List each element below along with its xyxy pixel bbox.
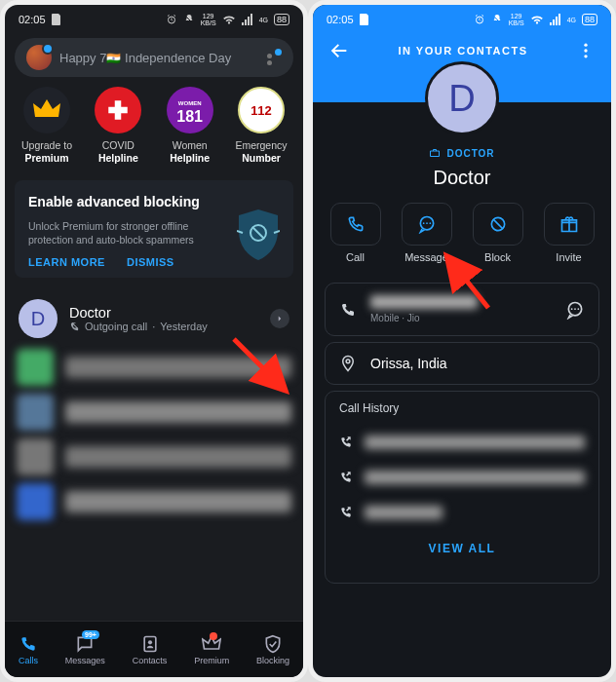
battery-indicator: 88: [274, 14, 289, 25]
blurred-call-log: [5, 348, 303, 521]
outgoing-call-icon: [339, 506, 353, 519]
svg-point-14: [429, 222, 431, 224]
shortcut-emergency[interactable]: 112 Emergency Number: [227, 87, 295, 165]
plus-icon: [95, 87, 141, 133]
status-time: 02:05: [19, 14, 46, 25]
battery-indicator: 88: [582, 14, 597, 25]
emergency-icon: 112: [238, 87, 285, 133]
svg-point-21: [346, 360, 350, 363]
contact-name: Doctor: [434, 167, 491, 189]
chevron-right-icon[interactable]: [270, 309, 289, 328]
svg-point-12: [422, 222, 424, 224]
contact-tag: DOCTOR: [429, 147, 494, 159]
wifi-icon: [530, 14, 544, 25]
wifi-icon: [222, 14, 236, 25]
svg-point-8: [584, 44, 587, 47]
profile-avatar[interactable]: [26, 45, 52, 70]
shortcut-covid[interactable]: COVID Helpline: [84, 87, 152, 165]
promo-body: Unlock Premium for stronger offline prot…: [28, 219, 194, 246]
dismiss-button[interactable]: DISMISS: [127, 256, 174, 268]
call-meta: Outgoing call · Yesterday: [69, 321, 258, 332]
promo-title: Enable advanced blocking: [28, 194, 280, 209]
alarm-icon: [474, 14, 485, 25]
signal-icon: [550, 14, 561, 25]
phone-card[interactable]: Mobile · Jio: [325, 283, 599, 336]
nav-calls[interactable]: Calls: [19, 634, 38, 665]
promo-card: Enable advanced blocking Unlock Premium …: [15, 180, 293, 278]
svg-point-5: [147, 640, 151, 644]
history-row[interactable]: [339, 460, 585, 495]
outgoing-call-icon: [69, 322, 80, 332]
contact-avatar: D: [19, 299, 58, 338]
sim-icon: [360, 14, 369, 25]
svg-point-13: [426, 222, 428, 224]
history-row[interactable]: [339, 425, 585, 460]
mute-icon: [491, 14, 503, 25]
message-button[interactable]: Message: [402, 203, 452, 263]
premium-dot: [210, 632, 217, 640]
status-time: 02:05: [327, 14, 354, 25]
net-speed: 129KB/S: [201, 13, 216, 26]
shield-icon: [237, 209, 280, 260]
nav-contacts[interactable]: Contacts: [133, 634, 168, 665]
svg-line-16: [493, 219, 503, 229]
search-text: Happy 7🇮🇳 Independence Day: [59, 51, 231, 65]
phone-icon: [339, 301, 357, 319]
back-icon[interactable]: [328, 40, 350, 61]
calls-screen: 02:05 129KB/S 4G 88 Happy 7🇮🇳 Independen…: [0, 0, 308, 682]
learn-more-button[interactable]: LEARN MORE: [28, 256, 105, 268]
overflow-icon[interactable]: [264, 49, 282, 66]
bottom-nav: Calls 99+ Messages Contacts Premium Bloc…: [5, 621, 303, 677]
header-title: IN YOUR CONTACTS: [399, 45, 528, 57]
contact-avatar[interactable]: D: [425, 61, 499, 135]
block-button[interactable]: Block: [473, 203, 523, 263]
svg-point-20: [578, 308, 580, 310]
phone-type: Mobile · Jio: [370, 313, 552, 323]
status-bar: 02:05 129KB/S 4G 88: [5, 5, 303, 30]
women-helpline-icon: WOMEN 181: [167, 87, 213, 133]
more-icon[interactable]: [576, 41, 596, 60]
phone-icon: [346, 214, 366, 234]
briefcase-icon: [429, 147, 441, 159]
invite-button[interactable]: Invite: [544, 203, 595, 263]
location-card[interactable]: Orissa, India: [325, 342, 599, 385]
call-button[interactable]: Call: [330, 203, 381, 263]
view-all-button[interactable]: VIEW ALL: [339, 530, 585, 555]
location-text: Orissa, India: [370, 356, 447, 371]
contact-name: Doctor: [69, 305, 258, 321]
signal-icon: [242, 14, 253, 25]
outgoing-call-icon: [339, 471, 353, 484]
svg-point-10: [584, 55, 587, 57]
crown-icon: [23, 87, 70, 133]
call-log-row[interactable]: D Doctor Outgoing call · Yesterday: [5, 289, 303, 348]
sim-icon: [52, 14, 61, 25]
svg-point-9: [584, 49, 587, 52]
contact-detail-screen: 02:05 129KB/S 4G 88 IN YOUR CONTACTS D: [308, 0, 616, 682]
nav-premium[interactable]: Premium: [194, 634, 229, 665]
history-title: Call History: [339, 401, 585, 415]
alarm-icon: [166, 14, 177, 25]
net-speed: 129KB/S: [509, 13, 524, 26]
contact-summary: D DOCTOR Doctor: [313, 61, 611, 189]
shortcuts-row: Upgrade to Premium COVID Helpline WOMEN …: [5, 87, 303, 169]
mute-icon: [183, 14, 195, 25]
block-icon: [488, 214, 508, 234]
nav-blocking[interactable]: Blocking: [256, 634, 289, 665]
search-bar[interactable]: Happy 7🇮🇳 Independence Day: [15, 38, 293, 77]
phone-number-blurred: [370, 295, 478, 309]
shortcut-women[interactable]: WOMEN 181 Women Helpline: [156, 87, 224, 165]
signal-label: 4G: [259, 17, 268, 23]
gift-icon: [559, 214, 579, 234]
actions-row: Call Message Block Invite: [313, 189, 611, 277]
history-row[interactable]: [339, 495, 585, 530]
nav-messages[interactable]: 99+ Messages: [65, 634, 105, 665]
sms-icon[interactable]: [565, 300, 585, 320]
outgoing-call-icon: [339, 436, 353, 449]
location-icon: [339, 355, 357, 372]
call-history-card: Call History VIEW ALL: [325, 391, 599, 584]
messages-badge: 99+: [82, 630, 99, 639]
svg-point-19: [574, 308, 576, 310]
shortcut-premium[interactable]: Upgrade to Premium: [13, 87, 81, 165]
message-icon: [417, 214, 437, 234]
svg-point-18: [571, 308, 573, 310]
